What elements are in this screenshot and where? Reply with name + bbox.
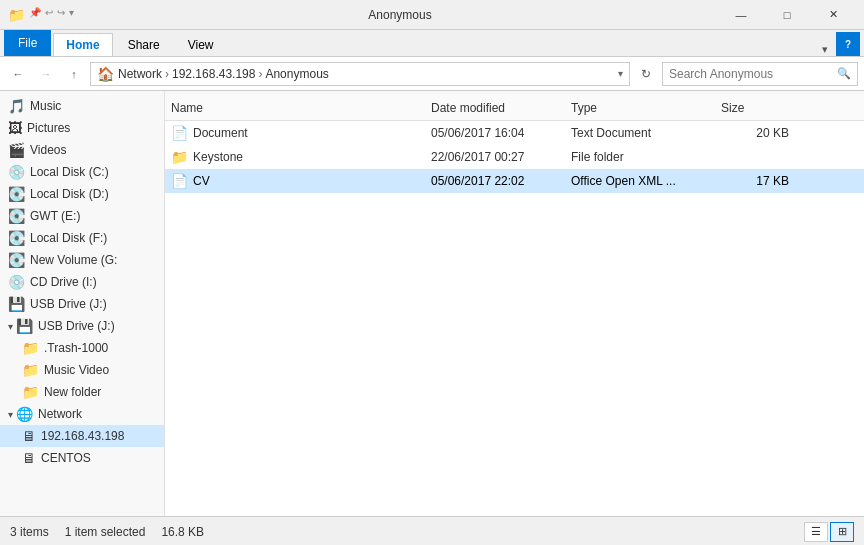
sidebar-item-newVolG[interactable]: 💽New Volume (G: (0, 249, 164, 271)
path-home-icon: 🏠 (97, 66, 114, 82)
back-button[interactable]: ← (6, 62, 30, 86)
sidebar-item-trash[interactable]: 📁.Trash-1000 (0, 337, 164, 359)
redo-icon[interactable]: ↪ (57, 7, 65, 23)
path-ip[interactable]: 192.168.43.198 (172, 67, 255, 81)
sidebar-item-pictures[interactable]: 🖼Pictures (0, 117, 164, 139)
sidebar-item-gwt[interactable]: 💽GWT (E:) (0, 205, 164, 227)
file-name-cell: 📄 Document (165, 125, 425, 141)
sidebar-item-ip192[interactable]: 🖥192.168.43.198 (0, 425, 164, 447)
search-input[interactable] (669, 67, 837, 81)
sidebar-item-videos[interactable]: 🎬Videos (0, 139, 164, 161)
item-icon: 💽 (8, 186, 25, 202)
item-count: 3 items (10, 525, 49, 539)
file-type-cell: File folder (565, 150, 715, 164)
grid-view-button[interactable]: ⊞ (830, 522, 854, 542)
dropdown-arrow-icon[interactable]: ▾ (69, 7, 74, 23)
address-bar: ← → ↑ 🏠 Network › 192.168.43.198 › Anony… (0, 57, 864, 91)
sidebar-item-label: New folder (44, 385, 101, 399)
window-controls: — □ ✕ (718, 0, 856, 30)
share-tab[interactable]: Share (115, 33, 173, 56)
file-size-cell: 17 KB (715, 174, 795, 188)
quick-access-icon[interactable]: 📌 (29, 7, 41, 23)
sidebar-item-centos[interactable]: 🖥CENTOS (0, 447, 164, 469)
item-icon: 💾 (8, 296, 25, 312)
section-icon: 🌐 (16, 406, 33, 422)
table-row[interactable]: 📄 Document 05/06/2017 16:04 Text Documen… (165, 121, 864, 145)
file-name: CV (193, 174, 210, 188)
item-icon: 💿 (8, 164, 25, 180)
ribbon-tabs: File Home Share View ▾ ? (0, 30, 864, 56)
sidebar-item-localC[interactable]: 💿Local Disk (C:) (0, 161, 164, 183)
up-button[interactable]: ↑ (62, 62, 86, 86)
item-icon: 🎬 (8, 142, 25, 158)
title-bar-icons: 📁 📌 ↩ ↪ ▾ (8, 7, 74, 23)
file-tab[interactable]: File (4, 30, 51, 56)
ribbon-collapse-btn[interactable]: ▾ (814, 43, 836, 56)
refresh-button[interactable]: ↻ (634, 62, 658, 86)
sidebar-item-label: Music (30, 99, 61, 113)
undo-icon[interactable]: ↩ (45, 7, 53, 23)
path-network[interactable]: Network (118, 67, 162, 81)
help-button[interactable]: ? (836, 32, 860, 56)
search-box: 🔍 (662, 62, 858, 86)
path-dropdown-icon[interactable]: ▾ (618, 68, 623, 79)
table-row[interactable]: 📁 Keystone 22/06/2017 00:27 File folder (165, 145, 864, 169)
file-name-cell: 📁 Keystone (165, 149, 425, 165)
sidebar-item-cdI[interactable]: 💿CD Drive (I:) (0, 271, 164, 293)
status-bar: 3 items 1 item selected 16.8 KB ☰ ⊞ (0, 516, 864, 545)
sidebar-item-newFolder[interactable]: 📁New folder (0, 381, 164, 403)
sidebar-item-music[interactable]: 🎵Music (0, 95, 164, 117)
sidebar-section-label: USB Drive (J:) (38, 319, 115, 333)
sidebar-item-musicVideo[interactable]: 📁Music Video (0, 359, 164, 381)
item-icon: 📁 (22, 384, 39, 400)
minimize-button[interactable]: — (718, 0, 764, 30)
sidebar-item-label: GWT (E:) (30, 209, 80, 223)
sidebar-item-label: CENTOS (41, 451, 91, 465)
view-tab[interactable]: View (175, 33, 227, 56)
file-date-cell: 05/06/2017 22:02 (425, 174, 565, 188)
sidebar-item-localD[interactable]: 💽Local Disk (D:) (0, 183, 164, 205)
sidebar-item-localF[interactable]: 💽Local Disk (F:) (0, 227, 164, 249)
item-icon: 💽 (8, 230, 25, 246)
file-type-cell: Text Document (565, 126, 715, 140)
sidebar-section-label: Network (38, 407, 82, 421)
section-icon: 💾 (16, 318, 33, 334)
sidebar-item-label: Videos (30, 143, 66, 157)
view-controls: ☰ ⊞ (804, 522, 854, 542)
forward-button[interactable]: → (34, 62, 58, 86)
col-type[interactable]: Type (565, 97, 715, 119)
table-row[interactable]: 📄 CV 05/06/2017 22:02 Office Open XML ..… (165, 169, 864, 193)
details-view-button[interactable]: ☰ (804, 522, 828, 542)
item-icon: 📁 (22, 340, 39, 356)
address-path[interactable]: 🏠 Network › 192.168.43.198 › Anonymous ▾ (90, 62, 630, 86)
path-current[interactable]: Anonymous (265, 67, 328, 81)
file-area: Name Date modified Type Size 📄 Document … (165, 91, 864, 516)
col-date[interactable]: Date modified (425, 97, 565, 119)
item-icon: 📁 (22, 362, 39, 378)
close-button[interactable]: ✕ (810, 0, 856, 30)
file-icon: 📄 (171, 173, 188, 189)
window-title: Anonymous (82, 8, 718, 22)
file-name-cell: 📄 CV (165, 173, 425, 189)
item-icon: 💿 (8, 274, 25, 290)
sidebar-item-usbJ2-header[interactable]: ▾💾USB Drive (J:) (0, 315, 164, 337)
file-icon: 📄 (171, 125, 188, 141)
sidebar-item-usbJ1[interactable]: 💾USB Drive (J:) (0, 293, 164, 315)
sidebar-item-label: Local Disk (F:) (30, 231, 107, 245)
sidebar-item-network-header[interactable]: ▾🌐Network (0, 403, 164, 425)
sidebar-item-label: Local Disk (D:) (30, 187, 109, 201)
col-size[interactable]: Size (715, 97, 795, 119)
sidebar-item-label: .Trash-1000 (44, 341, 108, 355)
sidebar-item-label: CD Drive (I:) (30, 275, 97, 289)
maximize-button[interactable]: □ (764, 0, 810, 30)
sidebar-item-label: USB Drive (J:) (30, 297, 107, 311)
selected-info: 1 item selected (65, 525, 146, 539)
col-name[interactable]: Name (165, 97, 425, 119)
sidebar-item-label: 192.168.43.198 (41, 429, 124, 443)
home-tab[interactable]: Home (53, 33, 112, 56)
file-date-cell: 05/06/2017 16:04 (425, 126, 565, 140)
item-icon: 🖼 (8, 120, 22, 136)
chevron-icon: ▾ (8, 321, 13, 332)
ribbon: File Home Share View ▾ ? (0, 30, 864, 57)
main-content: 🎵Music🖼Pictures🎬Videos💿Local Disk (C:)💽L… (0, 91, 864, 516)
